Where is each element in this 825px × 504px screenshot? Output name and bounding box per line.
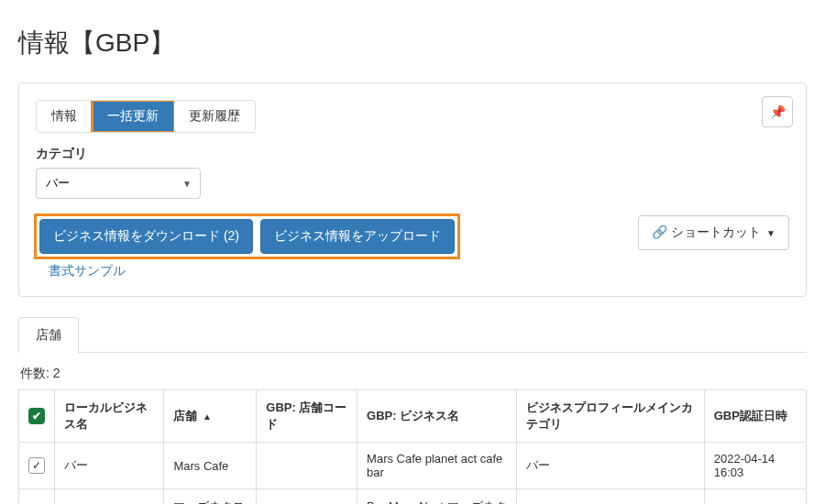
table-row: ✓ バー マーズネクスト qwert Bar Mars-Next マーズネクスト… bbox=[19, 489, 807, 505]
col-shop[interactable]: 店舗 ▲ bbox=[164, 390, 257, 443]
cell-main-category: バー bbox=[516, 489, 704, 505]
select-all-checkbox[interactable]: ✔ bbox=[28, 408, 45, 424]
upload-button[interactable]: ビジネス情報をアップロード bbox=[260, 219, 455, 254]
cell-shop: Mars Cafe bbox=[164, 443, 257, 489]
col-gbp-name[interactable]: GBP: ビジネス名 bbox=[358, 390, 517, 443]
link-icon: 🔗 bbox=[652, 225, 667, 239]
chevron-down-icon: ▼ bbox=[766, 228, 776, 238]
category-select-wrap: バー ▼ bbox=[36, 168, 201, 199]
pin-button[interactable]: 📌 bbox=[762, 96, 793, 127]
results-table: ✔ ローカルビジネス名 店舗 ▲ GBP: 店舗コード GBP: ビジネス名 ビ… bbox=[18, 389, 807, 504]
table-header-row: ✔ ローカルビジネス名 店舗 ▲ GBP: 店舗コード GBP: ビジネス名 ビ… bbox=[19, 390, 807, 443]
sort-asc-icon: ▲ bbox=[203, 411, 212, 422]
row-checkbox[interactable]: ✓ bbox=[28, 457, 45, 474]
bulk-buttons: ビジネス情報をダウンロード (2) ビジネス情報をアップロード bbox=[36, 215, 458, 257]
category-select[interactable]: バー bbox=[36, 168, 201, 199]
col-local-name[interactable]: ローカルビジネス名 bbox=[55, 390, 164, 443]
tab-shop[interactable]: 店舗 bbox=[18, 317, 79, 353]
shortcut-label: ショートカット bbox=[671, 225, 761, 239]
mode-tabs: 情報 一括更新 更新履歴 bbox=[36, 100, 256, 133]
check-icon: ✓ bbox=[32, 459, 41, 472]
tab-bulk-update[interactable]: 一括更新 bbox=[93, 101, 174, 132]
category-label: カテゴリ bbox=[36, 146, 789, 162]
cell-local-name: バー bbox=[55, 489, 164, 505]
settings-panel: 📌 情報 一括更新 更新履歴 カテゴリ バー ▼ ビジネス情報をダウンロード (… bbox=[18, 82, 807, 297]
cell-main-category: バー bbox=[516, 443, 704, 489]
cell-shop: マーズネクスト bbox=[164, 489, 257, 505]
cell-gbp-code: qwert bbox=[257, 489, 358, 505]
format-sample-link[interactable]: 書式サンプル bbox=[49, 263, 126, 279]
table-row: ✓ バー Mars Cafe Mars Cafe planet act cafe… bbox=[19, 443, 807, 489]
pin-icon: 📌 bbox=[770, 104, 786, 119]
col-cert-date[interactable]: GBP認証日時 bbox=[704, 390, 806, 443]
page-title: 情報【GBP】 bbox=[18, 26, 807, 60]
cell-cert-date: 2022-04-14 16:03 bbox=[704, 489, 806, 505]
action-row: ビジネス情報をダウンロード (2) ビジネス情報をアップロード 書式サンプル 🔗… bbox=[36, 215, 789, 279]
col-gbp-code[interactable]: GBP: 店舗コード bbox=[257, 390, 358, 443]
cell-local-name: バー bbox=[55, 443, 164, 489]
col-shop-label: 店舗 bbox=[173, 409, 197, 422]
cell-gbp-name: Bar Mars-Next マーズネクスト bbox=[358, 489, 517, 505]
left-actions: ビジネス情報をダウンロード (2) ビジネス情報をアップロード 書式サンプル bbox=[36, 215, 458, 279]
result-tabs: 店舗 bbox=[18, 317, 807, 353]
select-all-header: ✔ bbox=[19, 390, 55, 443]
shortcut-button[interactable]: 🔗 ショートカット ▼ bbox=[638, 215, 789, 250]
cell-gbp-code bbox=[257, 443, 358, 489]
tab-history[interactable]: 更新履歴 bbox=[174, 101, 255, 132]
download-button[interactable]: ビジネス情報をダウンロード (2) bbox=[39, 219, 253, 254]
tab-info[interactable]: 情報 bbox=[37, 101, 93, 132]
cell-cert-date: 2022-04-14 16:03 bbox=[704, 443, 806, 489]
row-count: 件数: 2 bbox=[20, 366, 807, 382]
col-main-category[interactable]: ビジネスプロフィールメインカテゴリ bbox=[516, 390, 704, 443]
cell-gbp-name: Mars Cafe planet act cafe bar bbox=[358, 443, 517, 489]
